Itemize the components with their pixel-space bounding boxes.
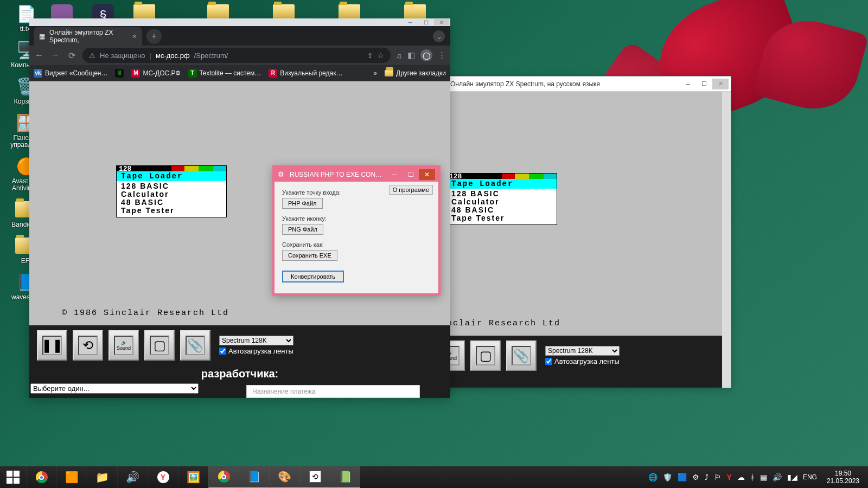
taskbar-app[interactable]: ⟲ (299, 466, 330, 488)
taskbar-images[interactable]: 🖼️ (178, 466, 208, 488)
taskbar-notepad[interactable]: 📘 (239, 466, 269, 488)
tray-icon[interactable]: 🌐 (648, 473, 658, 481)
close-button[interactable]: ✕ (419, 169, 435, 180)
tray-icon[interactable]: ▤ (760, 473, 767, 481)
convert-button[interactable]: Конвертировать (282, 271, 344, 282)
share-icon[interactable]: ⇪ (367, 52, 373, 60)
other-bookmarks[interactable]: Другие закладки (385, 69, 446, 77)
scrollbar[interactable] (722, 92, 731, 388)
tab-strip: ▦ Онлайн эмулятор ZX Spectrum, × + ⌄ (29, 26, 450, 46)
emulator-controls: ❚❚ ⟲ 🔊Sound ▢ 📎 Spectrum 128K Автозагруз… (29, 325, 450, 365)
close-button[interactable]: ✕ (434, 19, 449, 25)
attach-button[interactable]: 📎 (506, 341, 537, 371)
menu-icon[interactable]: ⋮ (438, 50, 446, 60)
bookmark-item[interactable]: RВизуальный редак… (269, 69, 342, 78)
converter-dialog: ⚙ RUSSIAN PHP TO EXE CONVE… ─ ☐ ✕ О прог… (272, 165, 441, 296)
toolbar: ← → ⟳ ⚠ Не защищено | мс-дос.рф/Spectrum… (29, 46, 450, 65)
reload-button[interactable]: ⟳ (66, 50, 77, 61)
close-button[interactable]: ✕ (712, 79, 729, 89)
taskbar-volume[interactable]: 🔊 (117, 466, 148, 488)
tray-icon[interactable]: ⤴ (705, 473, 709, 481)
taskbar: 🟧 📁 🔊 Y 🖼️ 📘 🎨 ⟲ 📗 🌐 🛡️ 🟦 ⚙ ⤴ 🏳 Y ☁ ᚼ ▤ … (0, 466, 868, 488)
extensions-icon[interactable]: ◧ (407, 50, 415, 60)
new-tab-button[interactable]: + (146, 29, 162, 44)
taskbar-explorer[interactable]: 📁 (87, 466, 117, 488)
fullscreen-button[interactable]: ▢ (470, 341, 501, 371)
bookmark-item[interactable]: 8 (115, 69, 124, 78)
system-tray: 🌐 🛡️ 🟦 ⚙ ⤴ 🏳 Y ☁ ᚼ ▤ 🔊 ▮◢ ENG 19:50 21.0… (644, 470, 868, 485)
tray-icon[interactable]: ☁ (737, 473, 745, 481)
bookmarks-bar: vkВиджет «Сообщен… 8 MМС-ДОС.РФ TTextoli… (29, 65, 450, 81)
attach-button[interactable]: 📎 (180, 330, 210, 361)
tray-clock[interactable]: 19:50 21.05.2023 (822, 470, 864, 485)
tray-icon[interactable]: 🏳 (714, 473, 722, 481)
autoload-checkbox[interactable]: Автозагрузка ленты (545, 357, 620, 365)
developer-heading: разработчика: (29, 365, 450, 382)
tray-icon[interactable]: 🟦 (678, 473, 687, 481)
start-button[interactable] (0, 466, 26, 488)
forward-button[interactable]: → (50, 50, 61, 60)
minimize-button[interactable]: ─ (680, 79, 696, 89)
save-exe-button[interactable]: Сохранить EXE (282, 250, 337, 261)
tab-search-button[interactable]: ⌄ (433, 30, 445, 42)
model-select[interactable]: Spectrum 128K (545, 346, 620, 356)
spectrum-menu-items: 128 BASIC Calculator 48 BASIC Tape Teste… (447, 189, 557, 224)
taskbar-notepadpp[interactable]: 📗 (330, 466, 360, 488)
tray-icon[interactable]: ⚙ (692, 473, 699, 481)
taskbar-items: 🟧 📁 🔊 Y 🖼️ 📘 🎨 ⟲ 📗 (26, 466, 360, 488)
taskbar-chrome-active[interactable] (208, 466, 239, 488)
bookmark-item[interactable]: TTextolite — систем… (188, 69, 261, 78)
bookmark-star-icon[interactable]: ☆ (378, 52, 384, 60)
autoload-checkbox[interactable]: Автозагрузка ленты (219, 347, 293, 355)
window-titlebar[interactable]: ─ ☐ ✕ (29, 18, 450, 26)
spectrum-highlight: Tape Loader (447, 179, 557, 189)
minimize-button[interactable]: ─ (403, 19, 418, 25)
tray-icon[interactable]: Y (727, 473, 732, 481)
reading-list-icon[interactable]: ♫ (396, 51, 402, 60)
dialog-title: RUSSIAN PHP TO EXE CONVE… (290, 171, 386, 178)
profile-avatar[interactable]: ◯ (420, 49, 432, 61)
tray-language[interactable]: ENG (803, 473, 817, 481)
spectrum-stripe (447, 174, 557, 179)
bookmarks-overflow[interactable]: » (373, 69, 377, 77)
reset-button[interactable]: ⟲ (73, 330, 103, 361)
spectrum-stripe (117, 166, 226, 171)
spectrum-menu: Tape Loader 128 BASIC Calculator 48 BASI… (116, 165, 227, 217)
url-path: /Spectrum/ (194, 52, 228, 60)
insecure-icon: ⚠ (89, 52, 95, 60)
maximize-button[interactable]: ☐ (403, 169, 419, 180)
about-button[interactable]: О программе (389, 185, 433, 195)
maximize-button[interactable]: ☐ (696, 79, 712, 89)
maximize-button[interactable]: ☐ (418, 19, 433, 25)
sound-button[interactable]: 🔊Sound (108, 330, 139, 361)
bookmark-item[interactable]: vkВиджет «Сообщен… (34, 69, 107, 78)
tab-favicon: ▦ (39, 33, 45, 40)
model-select[interactable]: Spectrum 128K (219, 336, 293, 345)
tray-icon[interactable]: 🛡️ (663, 473, 672, 481)
spectrum-menu-items: 128 BASIC Calculator 48 BASIC Tape Teste… (117, 181, 226, 217)
spectrum-menu: Tape Loader 128 BASIC Calculator 48 BASI… (446, 173, 557, 225)
address-bar[interactable]: ⚠ Не защищено | мс-дос.рф/Spectrum/ ⇪ ☆ (82, 48, 391, 63)
taskbar-media[interactable]: 🟧 (56, 466, 87, 488)
minimize-button[interactable]: ─ (386, 169, 403, 180)
bookmark-item[interactable]: MМС-ДОС.РФ (131, 69, 180, 78)
game-select[interactable]: Выберите один... (30, 383, 199, 394)
save-label: Сохранить как: (282, 241, 431, 248)
taskbar-chrome[interactable] (26, 466, 56, 488)
tray-volume-icon[interactable]: 🔊 (773, 473, 782, 481)
payment-input[interactable]: Назначение платежа (246, 385, 420, 398)
tray-network-icon[interactable]: ▮◢ (787, 473, 797, 481)
insecure-label: Не защищено (100, 52, 145, 60)
taskbar-paint[interactable]: 🎨 (269, 466, 299, 488)
tray-bluetooth-icon[interactable]: ᚼ (750, 473, 755, 481)
tab-close-icon[interactable]: × (132, 32, 137, 41)
fullscreen-button[interactable]: ▢ (144, 330, 175, 361)
browser-tab[interactable]: ▦ Онлайн эмулятор ZX Spectrum, × (34, 27, 142, 46)
dialog-body: О программе Укажите точку входа: PHP Фай… (275, 182, 438, 293)
pause-button[interactable]: ❚❚ (37, 330, 67, 361)
php-file-button[interactable]: PHP Файл (282, 198, 323, 209)
dialog-titlebar[interactable]: ⚙ RUSSIAN PHP TO EXE CONVE… ─ ☐ ✕ (275, 168, 438, 182)
taskbar-yandex[interactable]: Y (148, 466, 178, 488)
back-button[interactable]: ← (34, 50, 44, 60)
png-file-button[interactable]: PNG Файл (282, 224, 323, 235)
